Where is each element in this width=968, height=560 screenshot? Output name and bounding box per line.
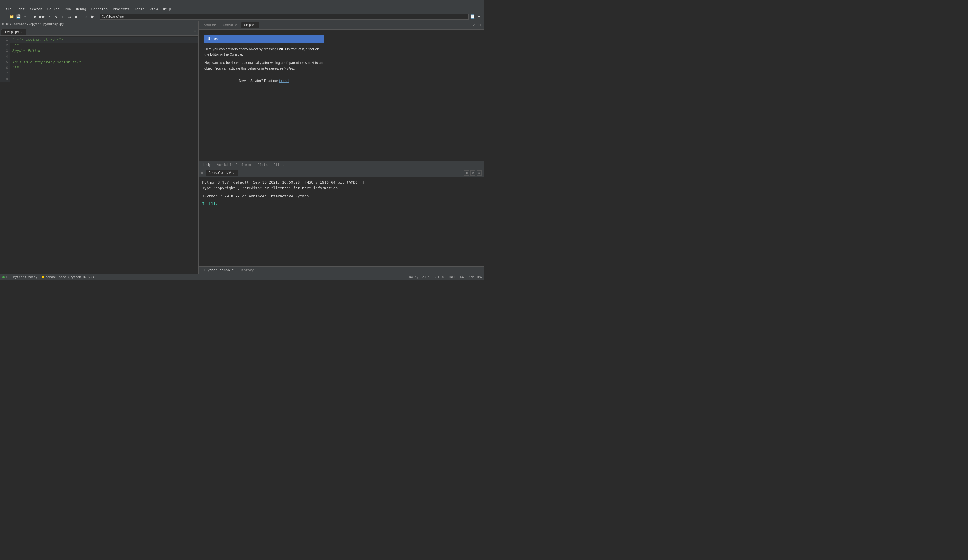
line-number-6: 6 — [0, 65, 10, 71]
code-line-6: 6 """ — [0, 65, 199, 71]
toolbar-add-button[interactable]: + — [476, 13, 482, 20]
console-tab-1[interactable]: Console 1/A ✕ — [206, 170, 238, 176]
line-number-5: 5 — [0, 59, 10, 65]
toolbar-save-button[interactable]: 💾 — [15, 13, 22, 20]
status-encoding: UTF-8 — [434, 276, 444, 279]
line-number-7: 7 — [0, 71, 10, 77]
menu-bar: File Edit Search Source Run Debug Consol… — [0, 6, 484, 13]
console-tab-close-button[interactable]: ✕ — [233, 171, 235, 175]
help-text-1: Here you can get help of any object by p… — [204, 47, 277, 51]
code-area[interactable]: 1 # -*- coding: utf-8 -*- 2 """ 3 Spyder… — [0, 36, 199, 274]
toolbar-new-button[interactable]: □ — [2, 13, 8, 20]
code-line-8: 8 — [0, 77, 199, 82]
toolbar-open-button[interactable]: 📁 — [8, 13, 15, 20]
help-bold-ctrl-i: Ctrl+I — [277, 47, 286, 51]
breadcrumb-path: C:¥Users¥me¥.spyder-py3¥temp.py — [6, 22, 64, 26]
editor-breadcrumb: ▤ C:¥Users¥me¥.spyder-py3¥temp.py — [0, 21, 199, 27]
toolbar-browse-button[interactable]: 📃 — [469, 13, 476, 20]
toolbar-saveas-button[interactable]: ⏢ — [22, 13, 28, 20]
status-eol: CRLF — [448, 276, 456, 279]
menu-source[interactable]: Source — [45, 7, 62, 12]
line-number-4: 4 — [0, 54, 10, 59]
console-interrupt-button[interactable]: ■ — [464, 170, 469, 176]
editor-pane: ▤ C:¥Users¥me¥.spyder-py3¥temp.py temp.p… — [0, 21, 199, 274]
console-bottom-tab-history[interactable]: History — [237, 268, 256, 273]
line-number-8: 8 — [0, 77, 10, 82]
tutorial-link[interactable]: tutorial — [279, 79, 289, 83]
tab-close-button[interactable]: ✕ — [21, 31, 23, 34]
lsp-status-dot — [2, 276, 5, 278]
toolbar-debug-button[interactable]: ▶▶ — [39, 13, 45, 20]
toolbar-stop-button[interactable]: ■ — [73, 13, 79, 20]
menu-consoles[interactable]: Consoles — [89, 7, 110, 12]
menu-debug[interactable]: Debug — [74, 7, 89, 12]
line-content-5: This is a temporary script file. — [10, 59, 83, 65]
menu-help[interactable]: Help — [161, 7, 174, 12]
tab-name-label: temp.py — [5, 30, 19, 34]
help-tab-source[interactable]: Source — [201, 22, 219, 28]
menu-search[interactable]: Search — [28, 7, 45, 12]
usage-title: Usage — [208, 37, 220, 41]
toolbar-stepout-button[interactable]: ↑ — [59, 13, 66, 20]
toolbar-stepinto-button[interactable]: ↘ — [53, 13, 59, 20]
menu-edit[interactable]: Edit — [15, 7, 27, 12]
console-tabs: ▤ Console 1/A ✕ ■ 🗑 ≡ — [199, 169, 484, 177]
console-menu-button[interactable]: ≡ — [477, 170, 482, 176]
status-conda: conda: base (Python 3.9.7) — [42, 276, 94, 279]
toolbar-step-button[interactable]: → — [46, 13, 52, 20]
conda-status-label: conda: base (Python 3.9.7) — [45, 276, 94, 279]
toolbar-sep-3 — [98, 15, 98, 19]
help-paragraph-1: Here you can get help of any object by p… — [204, 46, 323, 57]
status-memory: Mem 42% — [469, 276, 482, 279]
console-restart-button[interactable]: 🗑 — [471, 170, 476, 176]
main-layout: ▤ C:¥Users¥me¥.spyder-py3¥temp.py temp.p… — [0, 21, 484, 274]
help-text-3: Help can also be shown automatically aft… — [204, 61, 323, 70]
console-tab-icon: ▤ — [201, 171, 203, 175]
code-line-5: 5 This is a temporary script file. — [0, 59, 199, 65]
console-controls: ■ 🗑 ≡ — [464, 170, 482, 176]
path-input[interactable] — [99, 14, 469, 20]
code-line-3: 3 Spyder Editor — [0, 48, 199, 54]
toolbar-settings-button[interactable]: ⛭ — [83, 13, 89, 20]
menu-tools[interactable]: Tools — [132, 7, 147, 12]
help-paragraph-2: Help can also be shown automatically aft… — [204, 60, 323, 71]
editor-tab-temp-py[interactable]: temp.py ✕ — [1, 29, 27, 35]
line-number-2: 2 — [0, 43, 10, 48]
console-ipython-info: IPython 7.29.0 -- An enhanced Interactiv… — [202, 193, 481, 199]
menu-projects[interactable]: Projects — [110, 7, 131, 12]
console-panel: ▤ Console 1/A ✕ ■ 🗑 ≡ Python 3.9.7 (defa… — [199, 169, 484, 274]
line-content-1: # -*- coding: utf-8 -*- — [10, 37, 63, 43]
menu-run[interactable]: Run — [63, 7, 73, 12]
line-number-1: 1 — [0, 37, 10, 43]
console-tab-label: Console 1/A — [209, 171, 231, 175]
line-content-8 — [10, 77, 13, 82]
help-panel-options-button[interactable]: ⋅ — [466, 22, 470, 28]
menu-file[interactable]: File — [1, 7, 14, 12]
menu-view[interactable]: View — [148, 7, 160, 12]
editor-tab-menu-button[interactable]: ≡ — [193, 28, 197, 34]
console-prompt[interactable]: In [1]: — [202, 202, 481, 206]
bottom-tab-plots[interactable]: Plots — [255, 163, 270, 168]
help-panel-close-button[interactable]: ✕ — [471, 22, 476, 28]
code-line-1: 1 # -*- coding: utf-8 -*- — [0, 37, 199, 43]
status-bar: LSP Python: ready conda: base (Python 3.… — [0, 274, 484, 280]
bottom-tab-help[interactable]: Help — [201, 163, 214, 168]
line-content-2: """ — [10, 43, 19, 48]
toolbar-run-button[interactable]: ▶ — [32, 13, 38, 20]
bottom-tab-variable-explorer[interactable]: Variable Explorer — [215, 163, 254, 168]
usage-box: Usage — [204, 35, 323, 43]
toolbar-other-button[interactable]: ▶ — [90, 13, 96, 20]
conda-status-dot — [42, 276, 44, 278]
line-content-4 — [10, 54, 13, 59]
help-panel-expand-button[interactable]: □ — [477, 22, 482, 28]
bottom-tab-files[interactable]: Files — [271, 163, 286, 168]
help-tabs: Source Console Object ⋅ ✕ □ — [199, 21, 484, 30]
console-bottom-tab-ipython[interactable]: IPython console — [201, 268, 236, 273]
help-tab-console[interactable]: Console — [220, 22, 240, 28]
help-tab-object[interactable]: Object — [241, 22, 259, 28]
help-divider — [204, 74, 323, 75]
console-content[interactable]: Python 3.9.7 (default, Sep 16 2021, 16:5… — [199, 177, 484, 266]
toolbar-continue-button[interactable]: ⇉ — [66, 13, 72, 20]
line-content-3: Spyder Editor — [10, 48, 41, 54]
line-content-6: """ — [10, 65, 19, 71]
